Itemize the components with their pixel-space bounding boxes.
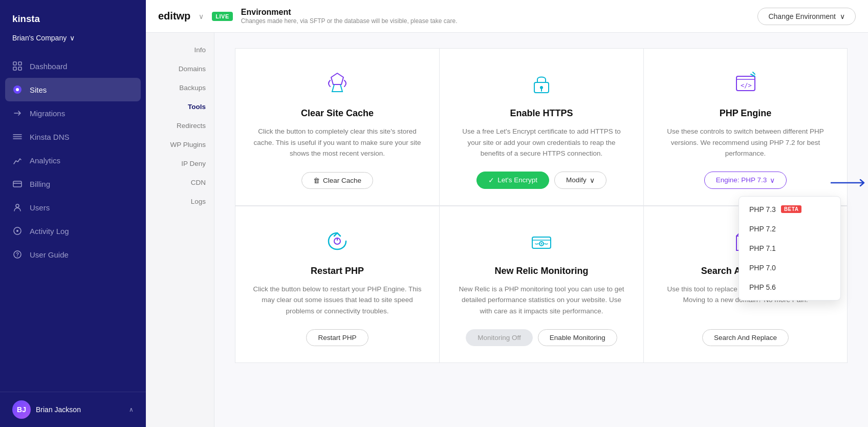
clear-cache-title: Clear Site Cache: [301, 108, 374, 119]
sidebar-item-label: Users: [30, 203, 50, 212]
php-73-label: PHP 7.3: [749, 205, 776, 214]
site-chevron-icon[interactable]: ∨: [199, 12, 204, 20]
user-guide-icon: ?: [12, 249, 23, 260]
sidebar: kinsta Brian's Company ∨ Dashboard Sites…: [0, 0, 146, 427]
sidebar-item-analytics[interactable]: Analytics: [0, 148, 146, 172]
users-icon: [12, 202, 23, 212]
sidebar-item-billing[interactable]: Billing: [0, 172, 146, 196]
php-option-56[interactable]: PHP 5.6: [739, 277, 840, 297]
subnav-item-redirects[interactable]: Redirects: [146, 117, 214, 135]
svg-rect-7: [13, 181, 21, 187]
https-icon: [525, 67, 558, 100]
dashboard-icon: [12, 61, 23, 71]
lets-encrypt-button[interactable]: ✓ Let's Encrypt: [476, 172, 549, 189]
change-environment-button[interactable]: Change Environment ∨: [757, 8, 856, 25]
svg-rect-2: [18, 62, 21, 65]
sidebar-item-label: Kinsta DNS: [30, 133, 70, 141]
sidebar-item-users[interactable]: Users: [0, 196, 146, 219]
search-replace-button[interactable]: Search And Replace: [702, 329, 789, 346]
monitoring-buttons: Monitoring Off Enable Monitoring: [466, 329, 617, 346]
tool-card-enable-https: Enable HTTPS Use a free Let's Encrypt ce…: [439, 48, 643, 206]
main-area: editwp ∨ LIVE Environment Changes made h…: [146, 0, 868, 427]
company-chevron-icon: ∨: [70, 34, 75, 42]
svg-point-10: [16, 230, 18, 232]
subnav-item-ip-deny[interactable]: IP Deny: [146, 155, 214, 173]
sidebar-item-dashboard[interactable]: Dashboard: [0, 54, 146, 78]
modify-button[interactable]: Modify ∨: [554, 172, 606, 189]
sidebar-item-label: Dashboard: [30, 62, 67, 71]
php-option-70[interactable]: PHP 7.0: [739, 258, 840, 277]
site-name: editwp: [158, 10, 190, 22]
modify-chevron-icon: ∨: [590, 176, 595, 184]
php-72-label: PHP 7.2: [749, 225, 776, 233]
sidebar-logo: kinsta: [0, 0, 146, 32]
svg-point-8: [16, 204, 19, 207]
user-name: Brian Jackson: [36, 405, 124, 414]
monitoring-desc: New Relic is a PHP monitoring tool you c…: [456, 284, 627, 317]
subnav: Info Domains Backups Tools Redirects WP …: [146, 33, 214, 427]
php-option-73[interactable]: PHP 7.3 BETA: [739, 200, 840, 219]
https-buttons: ✓ Let's Encrypt Modify ∨: [476, 172, 606, 189]
sidebar-item-label: Billing: [30, 180, 50, 188]
sidebar-item-label: Analytics: [30, 156, 60, 165]
subnav-item-info[interactable]: Info: [146, 41, 214, 59]
arrow-indicator: [831, 178, 868, 188]
env-subtitle: Changes made here, via SFTP or the datab…: [241, 17, 750, 25]
env-title: Environment: [241, 8, 750, 17]
tools-grid: Clear Site Cache Click the button to com…: [235, 48, 848, 363]
change-env-chevron-icon: ∨: [840, 12, 845, 20]
svg-rect-4: [18, 67, 21, 70]
php-dropdown-container: Engine: PHP 7.3 ∨ PHP 7.3 BETA: [660, 172, 831, 189]
content-area: Info Domains Backups Tools Redirects WP …: [146, 33, 868, 427]
php-71-label: PHP 7.1: [749, 244, 776, 252]
php-engine-title: PHP Engine: [720, 108, 772, 119]
php-option-71[interactable]: PHP 7.1: [739, 239, 840, 258]
svg-rect-3: [13, 67, 16, 70]
sidebar-item-user-guide[interactable]: ? User Guide: [0, 243, 146, 266]
checkmark-icon: ✓: [488, 176, 494, 184]
subnav-item-cdn[interactable]: CDN: [146, 174, 214, 191]
svg-text:kinsta: kinsta: [12, 13, 40, 24]
svg-point-6: [16, 88, 19, 91]
restart-php-title: Restart PHP: [311, 266, 364, 276]
tool-card-new-relic: New Relic Monitoring New Relic is a PHP …: [439, 206, 643, 363]
svg-rect-1: [13, 62, 16, 65]
sidebar-item-label: Activity Log: [30, 227, 69, 236]
enable-monitoring-button[interactable]: Enable Monitoring: [538, 329, 617, 346]
php-option-72[interactable]: PHP 7.2: [739, 219, 840, 239]
activity-log-icon: [12, 226, 23, 236]
clear-cache-button[interactable]: 🗑 Clear Cache: [301, 172, 373, 189]
php-70-label: PHP 7.0: [749, 264, 776, 272]
php-engine-button[interactable]: Engine: PHP 7.3 ∨: [704, 172, 787, 189]
php-engine-icon: </>: [729, 67, 762, 100]
subnav-item-tools[interactable]: Tools: [146, 98, 214, 116]
sites-icon: [12, 84, 23, 95]
tool-card-restart-php: Restart PHP Click the button below to re…: [235, 206, 439, 363]
php-engine-desc: Use these controls to switch between dif…: [660, 126, 831, 159]
avatar: BJ: [12, 400, 31, 419]
subnav-item-backups[interactable]: Backups: [146, 79, 214, 97]
sidebar-item-sites[interactable]: Sites: [5, 78, 141, 101]
restart-php-button[interactable]: Restart PHP: [306, 329, 368, 346]
monitoring-title: New Relic Monitoring: [494, 266, 588, 276]
sidebar-item-label: Migrations: [30, 109, 65, 118]
subnav-item-wp-plugins[interactable]: WP Plugins: [146, 136, 214, 154]
sidebar-item-kinsta-dns[interactable]: Kinsta DNS: [0, 125, 146, 148]
company-selector[interactable]: Brian's Company ∨: [0, 32, 146, 50]
live-badge: LIVE: [212, 12, 232, 21]
subnav-item-domains[interactable]: Domains: [146, 60, 214, 78]
analytics-icon: [12, 155, 23, 165]
php-chevron-icon: ∨: [770, 176, 775, 184]
dns-icon: [12, 132, 23, 142]
monitoring-off-button[interactable]: Monitoring Off: [466, 329, 533, 346]
subnav-item-logs[interactable]: Logs: [146, 193, 214, 210]
svg-point-23: [541, 243, 542, 244]
svg-text:</>: </>: [741, 82, 752, 89]
topbar: editwp ∨ LIVE Environment Changes made h…: [146, 0, 868, 33]
sidebar-item-activity-log[interactable]: Activity Log: [0, 219, 146, 243]
user-profile[interactable]: BJ Brian Jackson ∧: [0, 392, 146, 427]
billing-icon: [12, 179, 23, 189]
https-title: Enable HTTPS: [510, 108, 573, 119]
sidebar-item-migrations[interactable]: Migrations: [0, 101, 146, 125]
clear-cache-desc: Click the button to completely clear thi…: [252, 126, 423, 160]
